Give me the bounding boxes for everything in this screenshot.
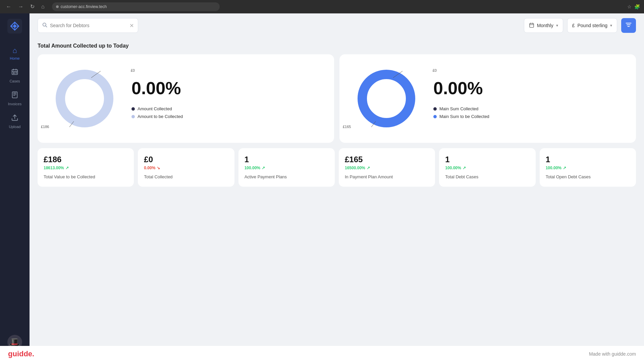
top-bar: ✕ Monthly ▾ £ Pound sterling ▾ bbox=[30, 13, 644, 38]
sidebar-logo[interactable] bbox=[7, 19, 22, 35]
back-button[interactable]: ← bbox=[4, 3, 13, 11]
stat-change-arrow-3: ↗ bbox=[367, 166, 370, 170]
sidebar-nav: ⌂ Home Cases Invoices bbox=[0, 43, 30, 335]
home-button[interactable]: ⌂ bbox=[39, 3, 47, 11]
stat-change-value-4: 100.00% bbox=[445, 166, 461, 170]
browser-right-icons: ☆ 🧩 bbox=[627, 4, 640, 9]
sidebar-item-cases[interactable]: Cases bbox=[0, 65, 30, 86]
right-chart-legend: Main Sum Collected Main Sum to be Collec… bbox=[433, 106, 623, 119]
stat-change-value-2: 100.00% bbox=[245, 166, 260, 170]
forward-button[interactable]: → bbox=[16, 3, 25, 11]
secure-icon bbox=[56, 5, 59, 8]
legend-dot-collected bbox=[131, 107, 135, 111]
browser-chrome: ← → ↻ ⌂ customer-acc.finview.tech ☆ 🧩 bbox=[0, 0, 644, 13]
invoices-label: Invoices bbox=[8, 102, 21, 106]
cases-icon bbox=[11, 68, 18, 78]
stat-change-value-0: 18613.00% bbox=[44, 166, 64, 170]
legend-dot-to-collect bbox=[131, 115, 135, 118]
left-annotation-bottom: £186 bbox=[41, 125, 49, 129]
sidebar: ⌂ Home Cases Invoices bbox=[0, 13, 30, 362]
stat-label-2: Active Payment Plans bbox=[245, 174, 329, 180]
legend-dot-main-collected bbox=[433, 107, 437, 111]
legend-item-collected: Amount Collected bbox=[131, 106, 321, 111]
legend-label-main-to-collect: Main Sum to be Collected bbox=[439, 114, 489, 119]
legend-label-main-collected: Main Sum Collected bbox=[439, 106, 478, 111]
sidebar-item-invoices[interactable]: Invoices bbox=[0, 88, 30, 109]
legend-item-to-collect: Amount to be Collected bbox=[131, 114, 321, 119]
stat-value-5: 1 bbox=[546, 155, 630, 164]
stat-card-1: £0 0.00% ↘ Total Collected bbox=[138, 148, 234, 187]
stat-change-0: 18613.00% ↗ bbox=[44, 166, 128, 170]
svg-point-14 bbox=[362, 74, 411, 123]
right-annotation-top: £0 bbox=[433, 68, 437, 72]
filter-button[interactable] bbox=[621, 18, 636, 33]
left-chart-legend: Amount Collected Amount to be Collected bbox=[131, 106, 321, 119]
legend-item-main-to-collect: Main Sum to be Collected bbox=[433, 114, 623, 119]
calendar-icon bbox=[529, 22, 534, 29]
stat-value-3: £165 bbox=[345, 155, 429, 164]
sidebar-item-upload[interactable]: Upload bbox=[0, 111, 30, 132]
stat-change-4: 100.00% ↗ bbox=[445, 166, 529, 170]
right-chart-percentage: 0.00% bbox=[433, 78, 623, 98]
left-chart-info: 0.00% Amount Collected Amount to be Coll… bbox=[131, 78, 321, 119]
svg-rect-1 bbox=[12, 70, 18, 75]
sidebar-item-home[interactable]: ⌂ Home bbox=[0, 43, 30, 64]
address-bar[interactable]: customer-acc.finview.tech bbox=[52, 2, 220, 11]
svg-point-11 bbox=[60, 74, 109, 123]
star-button[interactable]: ☆ bbox=[627, 4, 632, 9]
monthly-dropdown[interactable]: Monthly ▾ bbox=[524, 18, 563, 33]
svg-line-6 bbox=[46, 26, 47, 27]
currency-label: Pound sterling bbox=[577, 23, 607, 28]
stat-value-0: £186 bbox=[44, 155, 128, 164]
invoices-icon bbox=[11, 91, 18, 101]
monthly-label: Monthly bbox=[537, 23, 553, 28]
app-layout: ⌂ Home Cases Invoices bbox=[0, 13, 644, 362]
footer: guidde. Made with guidde.com bbox=[0, 346, 644, 362]
page-title: Total Amount Collected up to Today bbox=[38, 43, 636, 49]
stat-change-arrow-4: ↗ bbox=[463, 166, 466, 170]
stat-change-3: 16500.00% ↗ bbox=[345, 166, 429, 170]
stats-row: £186 18613.00% ↗ Total Value to be Colle… bbox=[38, 148, 636, 187]
stat-change-value-3: 16500.00% bbox=[345, 166, 365, 170]
stat-change-arrow-0: ↗ bbox=[65, 166, 69, 170]
search-input[interactable] bbox=[50, 23, 127, 28]
stat-card-3: £165 16500.00% ↗ In Payment Plan Amount bbox=[339, 148, 435, 187]
url-text: customer-acc.finview.tech bbox=[61, 4, 107, 9]
legend-item-main-collected: Main Sum Collected bbox=[433, 106, 623, 111]
left-donut-svg bbox=[51, 65, 118, 132]
stat-value-1: £0 bbox=[144, 155, 228, 164]
stat-label-1: Total Collected bbox=[144, 174, 228, 180]
right-donut-wrapper: £0 £165 bbox=[353, 65, 420, 132]
search-container[interactable]: ✕ bbox=[38, 18, 138, 33]
upload-label: Upload bbox=[9, 125, 21, 129]
stat-value-4: 1 bbox=[445, 155, 529, 164]
currency-icon: £ bbox=[572, 23, 575, 28]
cases-label: Cases bbox=[9, 79, 20, 83]
legend-label-to-collect: Amount to be Collected bbox=[138, 114, 183, 119]
stat-card-2: 1 100.00% ↗ Active Payment Plans bbox=[238, 148, 335, 187]
stat-label-3: In Payment Plan Amount bbox=[345, 174, 429, 180]
stat-change-2: 100.00% ↗ bbox=[245, 166, 329, 170]
charts-row: £0 £186 0.00% Amount Collected bbox=[38, 54, 636, 143]
filter-icon bbox=[625, 21, 632, 30]
stat-change-1: 0.00% ↘ bbox=[144, 166, 228, 170]
stat-change-value-1: 0.00% bbox=[144, 166, 155, 170]
stat-change-arrow-2: ↗ bbox=[262, 166, 265, 170]
upload-icon bbox=[11, 114, 18, 123]
right-annotation-bottom: £165 bbox=[343, 125, 351, 129]
right-chart-card: £0 £165 0.00% Main Sum Collected bbox=[339, 54, 636, 143]
legend-label-collected: Amount Collected bbox=[138, 106, 172, 111]
currency-dropdown[interactable]: £ Pound sterling ▾ bbox=[567, 18, 617, 33]
search-icon bbox=[42, 22, 47, 29]
stat-label-5: Total Open Debt Cases bbox=[546, 174, 630, 180]
reload-button[interactable]: ↻ bbox=[28, 3, 37, 11]
chevron-down-icon: ▾ bbox=[556, 23, 558, 28]
extensions-button[interactable]: 🧩 bbox=[634, 4, 640, 9]
stat-change-arrow-1: ↘ bbox=[157, 166, 160, 170]
home-icon: ⌂ bbox=[12, 46, 17, 55]
top-bar-right: Monthly ▾ £ Pound sterling ▾ bbox=[524, 18, 636, 33]
left-donut-wrapper: £0 £186 bbox=[51, 65, 118, 132]
search-clear-icon[interactable]: ✕ bbox=[129, 22, 134, 29]
stat-label-4: Total Debt Cases bbox=[445, 174, 529, 180]
home-label: Home bbox=[10, 56, 19, 60]
